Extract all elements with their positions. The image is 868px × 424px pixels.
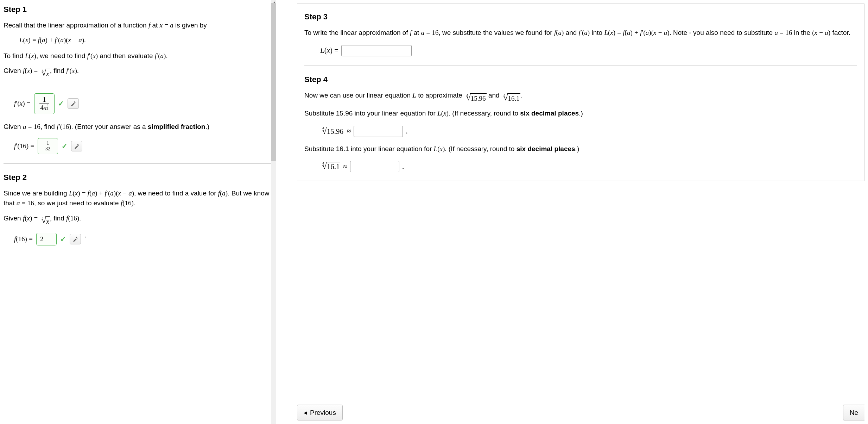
- text: . (If necessary, round to: [445, 145, 516, 152]
- approx-1596-input[interactable]: [354, 126, 403, 137]
- step4-p3: Substitute 16.1 into your linear equatio…: [304, 144, 857, 154]
- numerator: 1: [44, 141, 51, 146]
- answer1-box[interactable]: 1 4x34: [34, 93, 55, 114]
- backtick: `: [84, 235, 87, 243]
- numerator: 1: [39, 96, 50, 104]
- approx1-row: 4√15.96 ≈ .: [320, 126, 857, 137]
- text: , so we just need to evaluate: [34, 199, 121, 207]
- step3-title: Step 3: [304, 12, 857, 21]
- next-button[interactable]: Ne: [843, 405, 864, 420]
- wand-icon: [72, 236, 78, 242]
- text: Given: [4, 67, 23, 74]
- text: Since we are building: [4, 189, 69, 197]
- val: 15.96: [327, 127, 343, 136]
- separator: [304, 66, 857, 66]
- step4-p2: Substitute 15.96 into your linear equati…: [304, 108, 857, 119]
- step4-title: Step 4: [304, 75, 857, 84]
- check-icon: ✓: [62, 142, 68, 150]
- step4-p1: Now we can use our linear equation L to …: [304, 91, 857, 104]
- check-icon: ✓: [58, 99, 64, 108]
- formula-L: L(x) = f(a) + f′(a)(x − a).: [19, 36, 272, 44]
- check-icon: ✓: [60, 235, 66, 243]
- text: .: [77, 67, 79, 74]
- approx-161-input[interactable]: [350, 161, 399, 172]
- Lx-input[interactable]: [341, 45, 412, 56]
- answer1-row: f′(x) = 1 4x34 ✓: [14, 93, 272, 114]
- magic-wand-button[interactable]: [71, 141, 82, 151]
- scrollbar-thumb[interactable]: [271, 3, 276, 161]
- answer3-label: f(16) =: [14, 235, 33, 243]
- bold: simplified fraction: [148, 123, 205, 130]
- text: Substitute 15.96 into your linear equati…: [304, 110, 437, 117]
- answer3-row: f(16) = 2 ✓ `: [14, 233, 272, 245]
- step2-title: Step 2: [4, 173, 272, 182]
- text: factor.: [830, 29, 850, 36]
- text: into: [590, 29, 604, 36]
- text: , we substitute the values we found for: [438, 29, 554, 36]
- text: and: [487, 92, 501, 99]
- wand-icon: [74, 143, 80, 149]
- denominator: 32: [44, 146, 51, 151]
- answer2-box[interactable]: 1 32: [38, 138, 58, 154]
- step1-p4: Given a = 16, find f′(16). (Enter your a…: [4, 122, 272, 132]
- text: To write the linear approximation of: [304, 29, 410, 36]
- text: is given by: [175, 21, 207, 29]
- magic-wand-button[interactable]: [68, 98, 79, 109]
- separator: [4, 163, 272, 164]
- text: .): [575, 145, 579, 152]
- text: to approximate: [416, 92, 464, 99]
- val: 16.1: [327, 162, 340, 171]
- text: Now we can use our linear equation: [304, 92, 412, 99]
- text: and: [564, 29, 578, 36]
- bold: six decimal places: [517, 145, 575, 152]
- label: Previous: [310, 409, 336, 417]
- value: 2: [40, 235, 44, 243]
- answer2-label: f′(16) =: [14, 142, 34, 150]
- triangle-left-icon: ◂: [304, 409, 307, 417]
- bold: six decimal places: [520, 110, 579, 117]
- text: .: [134, 199, 135, 207]
- nav-row: ◂ Previous Ne: [297, 396, 864, 420]
- left-panel: Step 1 Recall that the linear approximat…: [0, 0, 276, 424]
- period: .: [402, 162, 404, 171]
- text: , find: [50, 67, 66, 74]
- text: Given: [4, 214, 23, 222]
- step3-p1: To write the linear approximation of f a…: [304, 28, 857, 38]
- text: .): [579, 110, 583, 117]
- text: Recall that the linear approximation of …: [4, 21, 148, 29]
- text: , we need to find a value for: [134, 189, 218, 197]
- text: . Note - you also need to substitute: [670, 29, 775, 36]
- wand-icon: [70, 101, 76, 106]
- text: Substitute 16.1 into your linear equatio…: [304, 145, 434, 152]
- step2-p1: Since we are building L(x) = f(a) + f′(a…: [4, 188, 272, 208]
- text: , find: [40, 123, 57, 130]
- root-1596-label: 4√15.96: [320, 127, 344, 136]
- text: Given: [4, 123, 23, 130]
- text: .): [205, 123, 209, 130]
- step1-p3: Given f(x) = 4√x, find f′(x).: [4, 66, 272, 79]
- text: . (Enter your answer as a: [71, 123, 148, 130]
- answer2-row: f′(16) = 1 32 ✓: [14, 138, 272, 154]
- step1-title: Step 1: [4, 5, 272, 14]
- text: , we need to find: [36, 52, 87, 60]
- step1-p1: Recall that the linear approximation of …: [4, 20, 272, 31]
- step3-input-row: L(x) =: [320, 45, 857, 56]
- text: .: [520, 92, 522, 99]
- step1-p2: To find L(x), we need to find f′(x) and …: [4, 51, 272, 61]
- approx2-row: 4√16.1 ≈ .: [320, 161, 857, 172]
- text: .: [79, 214, 81, 222]
- label: Ne: [850, 409, 858, 417]
- magic-wand-button[interactable]: [70, 234, 81, 244]
- Lx-label: L(x) =: [320, 46, 338, 55]
- previous-button[interactable]: ◂ Previous: [297, 405, 343, 420]
- text: and then evaluate: [98, 52, 155, 60]
- text: .: [166, 52, 167, 60]
- text: . (If necessary, round to: [449, 110, 520, 117]
- coef: 4: [40, 104, 44, 111]
- answer3-box[interactable]: 2: [36, 233, 57, 245]
- text: , find: [50, 214, 66, 222]
- answer1-label: f′(x) =: [14, 100, 31, 107]
- step2-p2: Given f(x) = 4√x, find f(16).: [4, 213, 272, 227]
- text: To find: [4, 52, 25, 60]
- right-card: Step 3 To write the linear approximation…: [297, 4, 864, 181]
